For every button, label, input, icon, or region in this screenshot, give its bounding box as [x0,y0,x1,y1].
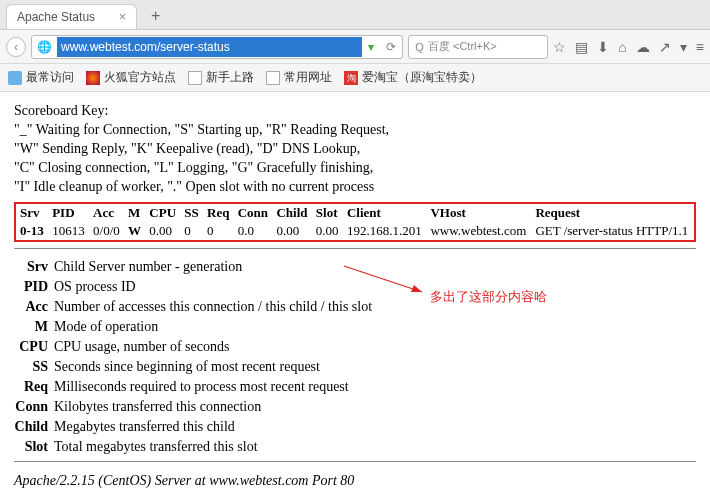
th-cpu: CPU [145,204,180,222]
scoreboard-title: Scoreboard Key: [14,102,696,121]
def-term: Conn [14,399,54,415]
page-icon [266,71,280,85]
home-icon[interactable]: ⌂ [618,39,626,55]
def-row: MMode of operation [14,319,696,335]
def-row: CPUCPU usage, number of seconds [14,339,696,355]
td-cpu: 0.00 [145,222,180,240]
td-srv: 0-13 [16,222,48,240]
new-tab-button[interactable]: + [143,3,168,29]
tab-title: Apache Status [17,10,95,24]
divider [14,461,696,462]
def-desc: Total megabytes transferred this slot [54,439,696,455]
bookmark-firefox[interactable]: 火狐官方站点 [86,69,176,86]
share-icon[interactable]: ↗ [659,39,671,55]
star-icon[interactable]: ☆ [553,39,566,55]
td-client: 192.168.1.201 [343,222,427,240]
scoreboard-line: "C" Closing connection, "L" Logging, "G"… [14,159,696,178]
tab-bar: Apache Status × + [0,0,710,30]
menu-icon[interactable]: ≡ [696,39,704,55]
table-row: 0-13 10613 0/0/0 W 0.00 0 0 0.0 0.00 0.0… [16,222,694,240]
shield-icon: ▾ [362,40,380,54]
bookmark-taobao[interactable]: 淘爱淘宝（原淘宝特卖） [344,69,482,86]
def-term: Slot [14,439,54,455]
th-client: Client [343,204,427,222]
sync-icon[interactable]: ☁ [636,39,650,55]
table-header-row: Srv PID Acc M CPU SS Req Conn Child Slot… [16,204,694,222]
th-request: Request [531,204,694,222]
td-slot: 0.00 [312,222,343,240]
search-icon: Q [415,41,424,53]
bookmark-label: 新手上路 [206,69,254,86]
td-conn: 0.0 [234,222,273,240]
def-desc: CPU usage, number of seconds [54,339,696,355]
th-vhost: VHost [426,204,531,222]
th-pid: PID [48,204,89,222]
bookmarks-bar: 最常访问 火狐官方站点 新手上路 常用网址 淘爱淘宝（原淘宝特卖） [0,64,710,92]
page-icon [188,71,202,85]
bookmark-label: 常用网址 [284,69,332,86]
def-desc: Kilobytes transferred this connection [54,399,696,415]
chevron-down-icon[interactable]: ▾ [680,39,687,55]
folder-icon [8,71,22,85]
th-conn: Conn [234,204,273,222]
td-request: GET /server-status HTTP/1.1 [531,222,694,240]
annotation-text: 多出了这部分内容哈 [430,288,547,306]
close-icon[interactable]: × [119,10,126,24]
bookmark-label: 最常访问 [26,69,74,86]
annotation-arrow [340,262,430,302]
reload-icon[interactable]: ⟳ [380,40,402,54]
taobao-icon: 淘 [344,71,358,85]
td-pid: 10613 [48,222,89,240]
browser-tab[interactable]: Apache Status × [6,4,137,29]
def-row: SlotTotal megabytes transferred this slo… [14,439,696,455]
download-icon[interactable]: ⬇ [597,39,609,55]
search-placeholder: 百度 <Ctrl+K> [428,39,497,54]
def-row: ChildMegabytes transferred this child [14,419,696,435]
th-child: Child [272,204,311,222]
bookmark-newuser[interactable]: 新手上路 [188,69,254,86]
td-m: W [124,222,145,240]
scoreboard-line: "_" Waiting for Connection, "S" Starting… [14,121,696,140]
th-ss: SS [180,204,203,222]
list-icon[interactable]: ▤ [575,39,588,55]
bookmark-label: 爱淘宝（原淘宝特卖） [362,69,482,86]
th-slot: Slot [312,204,343,222]
back-button[interactable]: ‹ [6,37,26,57]
def-term: Acc [14,299,54,315]
def-row: ConnKilobytes transferred this connectio… [14,399,696,415]
address-bar: ‹ 🌐 www.webtest.com/server-status ▾ ⟳ Q … [0,30,710,64]
status-table: Srv PID Acc M CPU SS Req Conn Child Slot… [16,204,694,240]
def-row: SSSeconds since beginning of most recent… [14,359,696,375]
svg-line-0 [344,266,422,292]
def-desc: Seconds since beginning of most recent r… [54,359,696,375]
th-srv: Srv [16,204,48,222]
def-term: Child [14,419,54,435]
def-term: SS [14,359,54,375]
server-signature: Apache/2.2.15 (CentOS) Server at www.web… [14,472,696,491]
scoreboard-line: "W" Sending Reply, "K" Keepalive (read),… [14,140,696,159]
bookmark-most-visited[interactable]: 最常访问 [8,69,74,86]
toolbar-icons: ☆ ▤ ⬇ ⌂ ☁ ↗ ▾ ≡ [553,39,704,55]
def-term: PID [14,279,54,295]
td-req: 0 [203,222,234,240]
search-input[interactable]: Q 百度 <Ctrl+K> [408,35,548,59]
scoreboard-line: "I" Idle cleanup of worker, "." Open slo… [14,178,696,197]
bookmark-common[interactable]: 常用网址 [266,69,332,86]
td-vhost: www.webtest.com [426,222,531,240]
td-ss: 0 [180,222,203,240]
def-row: ReqMilliseconds required to process most… [14,379,696,395]
def-desc: Mode of operation [54,319,696,335]
def-desc: Megabytes transferred this child [54,419,696,435]
def-term: M [14,319,54,335]
highlighted-box: Srv PID Acc M CPU SS Req Conn Child Slot… [14,202,696,242]
svg-marker-1 [411,285,422,292]
url-box[interactable]: 🌐 www.webtest.com/server-status ▾ ⟳ [31,35,403,59]
th-req: Req [203,204,234,222]
url-input[interactable]: www.webtest.com/server-status [57,37,362,57]
globe-icon: 🌐 [32,40,57,54]
firefox-icon [86,71,100,85]
def-term: CPU [14,339,54,355]
def-term: Req [14,379,54,395]
divider [14,248,696,249]
def-term: Srv [14,259,54,275]
